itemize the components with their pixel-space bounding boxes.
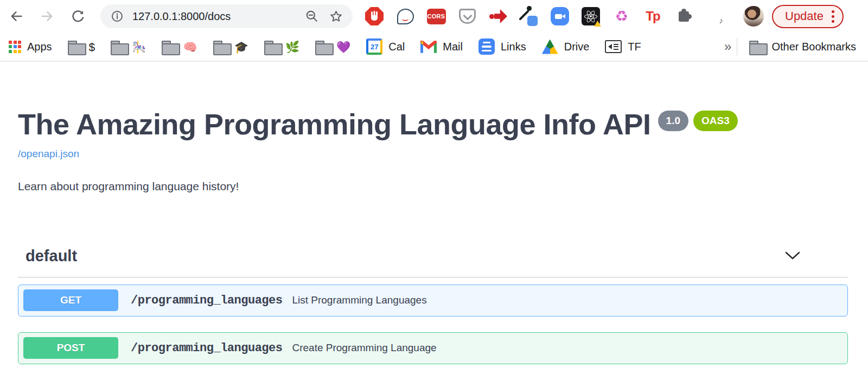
bookmark-folder-herb[interactable]: 🌿 (264, 41, 299, 53)
bookmarks-bar: Apps $ 🎠 🧠 🎓 🌿 💜 27 Cal Mail (0, 33, 868, 62)
extensions-puzzle-icon[interactable] (674, 7, 693, 26)
tag-section-header[interactable]: default (18, 247, 848, 277)
reload-button[interactable] (67, 5, 89, 27)
endpoint-summary: List Programming Languages (292, 294, 426, 306)
browser-menu-dots-icon[interactable] (832, 9, 834, 24)
version-badge: 1.0 (658, 111, 688, 131)
browser-toolbar: 127.0.0.1:8000/docs CORS ♻ (0, 0, 868, 33)
oas3-badge: OAS3 (693, 111, 738, 131)
forward-arrow-icon (40, 9, 55, 24)
other-bookmarks[interactable]: Other Bookmarks (749, 41, 856, 53)
folder-icon (315, 41, 331, 53)
http-method-badge: GET (23, 289, 118, 311)
reload-icon (71, 9, 86, 24)
folder-icon (111, 41, 127, 53)
endpoint-path: /programming_languages (131, 341, 282, 355)
pocket-icon[interactable] (457, 7, 477, 26)
address-bar[interactable]: 127.0.0.1:8000/docs (100, 4, 353, 28)
bookmark-folder-education[interactable]: 🎓 (213, 41, 248, 53)
endpoint-summary: Create Programming Language (292, 342, 436, 354)
bookmark-tf[interactable]: TF (605, 40, 641, 53)
bookmark-folder-money[interactable]: $ (68, 41, 95, 53)
bookmarks-overflow-chevron[interactable]: » (724, 39, 731, 54)
folder-icon (162, 41, 178, 53)
adblock-stop-hand-icon[interactable] (365, 7, 384, 26)
bookmark-star-icon[interactable] (328, 8, 344, 24)
page-info-icon[interactable] (109, 8, 125, 24)
endpoint-row-get-programming-languages[interactable]: GET /programming_languages List Programm… (18, 285, 848, 317)
folder-icon (264, 41, 280, 53)
bookmark-drive[interactable]: Drive (542, 40, 590, 54)
profile-avatar[interactable] (743, 6, 764, 27)
react-devtools-icon[interactable] (581, 7, 601, 26)
swagger-docs-page: The Amazing Programming Language Info AP… (0, 62, 868, 364)
api-description: Learn about programming language history… (18, 180, 848, 193)
tp-extension-icon[interactable]: Tp (643, 7, 662, 26)
tag-name: default (25, 247, 77, 265)
apps-grid-icon (9, 41, 21, 53)
recycle-extension-icon[interactable]: ♻ (612, 7, 631, 26)
update-label: Update (785, 9, 824, 23)
chat-bubble-icon[interactable] (395, 7, 415, 26)
endpoint-path: /programming_languages (131, 294, 282, 307)
back-button[interactable] (5, 5, 27, 27)
page-title: The Amazing Programming Language Info AP… (18, 107, 651, 143)
zoom-out-icon[interactable] (304, 8, 320, 24)
url-text[interactable]: 127.0.0.1:8000/docs (132, 10, 304, 23)
bookmark-calendar[interactable]: 27 Cal (366, 38, 405, 55)
bookmark-folder-heart[interactable]: 💜 (315, 41, 350, 53)
google-drive-icon (542, 40, 558, 54)
bookmark-links[interactable]: Links (478, 38, 526, 55)
http-method-badge: POST (23, 337, 118, 359)
api-badges: 1.0 OAS3 (658, 111, 743, 131)
bookmark-gmail[interactable]: Mail (420, 41, 463, 53)
gmail-icon (420, 41, 437, 53)
zoom-video-icon[interactable] (550, 7, 570, 26)
endpoint-row-post-programming-languages[interactable]: POST /programming_languages Create Progr… (18, 332, 848, 364)
cors-extension-icon[interactable]: CORS (426, 7, 446, 26)
folder-icon (68, 41, 84, 53)
extensions-row: CORS ♻ Tp ♪ (365, 7, 736, 26)
google-calendar-icon: 27 (366, 38, 382, 55)
forward-button[interactable] (36, 5, 58, 27)
bookmark-folder-brain[interactable]: 🧠 (162, 41, 197, 53)
api-title-row: The Amazing Programming Language Info AP… (18, 107, 848, 143)
update-button[interactable]: Update (772, 5, 844, 28)
color-eyedropper-icon[interactable] (519, 7, 539, 26)
back-arrow-icon (9, 9, 24, 24)
bookmarks-divider (737, 38, 737, 55)
announcement-card-icon (605, 40, 622, 53)
playlist-music-icon[interactable]: ♪ (705, 7, 724, 26)
bookmark-folder-carousel[interactable]: 🎠 (111, 41, 146, 53)
redirect-arrow-icon[interactable] (488, 7, 508, 26)
bookmark-apps[interactable]: Apps (9, 41, 52, 53)
tag-section-default: default GET /programming_languages List … (18, 247, 848, 364)
folder-icon (213, 41, 229, 53)
openapi-spec-link[interactable]: /openapi.json (18, 148, 79, 160)
folder-icon (749, 41, 765, 53)
links-list-icon (478, 38, 495, 55)
chevron-down-icon[interactable] (785, 251, 800, 260)
